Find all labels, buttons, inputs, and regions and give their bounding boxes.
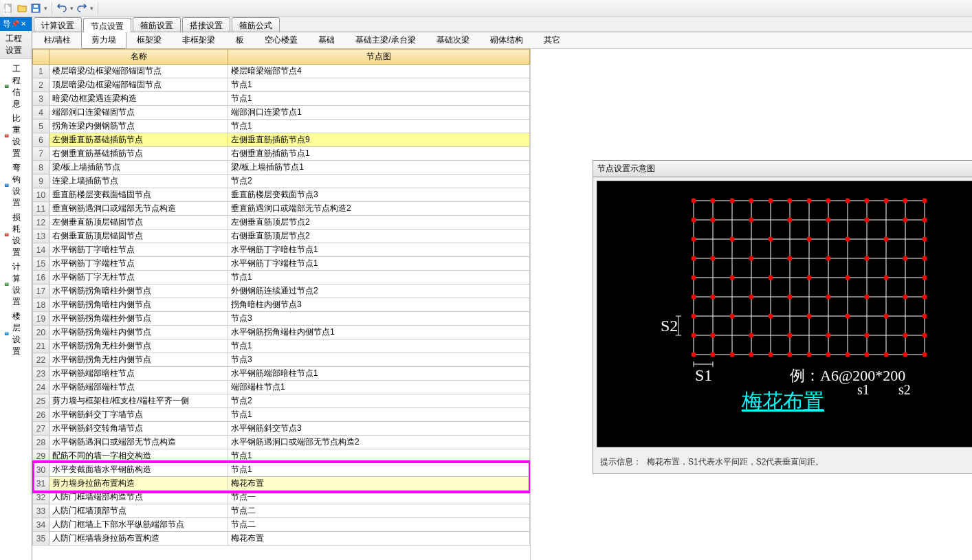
table-row[interactable]: 25剪力墙与框架柱/框支柱/端柱平齐一侧节点2 bbox=[33, 394, 530, 408]
cell-name[interactable]: 水平钢筋拐角端柱外侧节点 bbox=[49, 312, 228, 326]
subtab-3[interactable]: 非框架梁 bbox=[172, 32, 225, 49]
cell-node[interactable]: 节点1 bbox=[228, 408, 530, 422]
cell-node[interactable]: 节点3 bbox=[228, 312, 530, 326]
cell-node[interactable]: 水平钢筋斜交节点3 bbox=[228, 422, 530, 436]
cell-name[interactable]: 水平钢筋丁字无柱节点 bbox=[49, 271, 228, 284]
cell-node[interactable]: 节点1 bbox=[228, 78, 530, 92]
table-row[interactable]: 34人防门框墙上下部水平纵筋端部节点节点二 bbox=[33, 518, 530, 532]
nav-item-1[interactable]: 比重设置 bbox=[0, 111, 32, 161]
undo-icon[interactable] bbox=[56, 3, 67, 14]
cell-node[interactable]: 左侧垂直筋顶层节点2 bbox=[228, 216, 530, 229]
nav-item-4[interactable]: 计算设置 bbox=[0, 260, 32, 309]
table-row[interactable]: 27水平钢筋斜交转角墙节点水平钢筋斜交节点3 bbox=[33, 422, 530, 436]
table-row[interactable]: 19水平钢筋拐角端柱外侧节点节点3 bbox=[33, 312, 530, 326]
close-icon[interactable]: ✕ bbox=[21, 20, 29, 28]
cell-node[interactable]: 拐角暗柱内侧节点3 bbox=[228, 298, 530, 312]
cell-name[interactable]: 拐角连梁内侧钢筋节点 bbox=[49, 120, 228, 133]
subtab-6[interactable]: 基础 bbox=[308, 32, 345, 49]
subtab-7[interactable]: 基础主梁/承台梁 bbox=[345, 32, 426, 49]
cell-node[interactable]: 楼层暗梁端部节点4 bbox=[228, 65, 530, 78]
cell-name[interactable]: 剪力墙身拉筋布置构造 bbox=[49, 477, 228, 491]
table-row[interactable]: 24水平钢筋端部端柱节点端部端柱节点1 bbox=[33, 381, 530, 394]
table-row[interactable]: 32人防门框墙端部构造节点节点一 bbox=[33, 491, 530, 504]
nav-item-3[interactable]: 损耗设置 bbox=[0, 210, 32, 260]
table-row[interactable]: 16水平钢筋丁字无柱节点节点1 bbox=[33, 271, 530, 284]
table-row[interactable]: 33人防门框墙顶部节点节点二 bbox=[33, 504, 530, 518]
cell-name[interactable]: 水平钢筋丁字端柱节点 bbox=[49, 257, 228, 271]
cell-node[interactable]: 右侧垂直筋顶层节点2 bbox=[228, 229, 530, 243]
table-row[interactable]: 23水平钢筋端部暗柱节点水平钢筋端部暗柱节点1 bbox=[33, 367, 530, 381]
table-row[interactable]: 17水平钢筋拐角暗柱外侧节点外侧钢筋连续通过节点2 bbox=[33, 284, 530, 298]
table-row[interactable]: 35人防门框墙墙身拉筋布置构造梅花布置 bbox=[33, 532, 530, 546]
cell-name[interactable]: 连梁上墙插筋节点 bbox=[49, 175, 228, 188]
cell-node[interactable]: 左侧垂直筋插筋节点9 bbox=[228, 133, 530, 147]
table-row[interactable]: 1楼层暗梁/边框梁端部锚固节点楼层暗梁端部节点4 bbox=[33, 65, 530, 78]
cell-node[interactable]: 垂直筋遇洞口或端部无节点构造2 bbox=[228, 202, 530, 216]
cell-name[interactable]: 水平钢筋端部端柱节点 bbox=[49, 381, 228, 394]
cell-name[interactable]: 垂直钢筋遇洞口或端部无节点构造 bbox=[49, 202, 228, 216]
cell-name[interactable]: 顶层暗梁/边框梁端部锚固节点 bbox=[49, 78, 228, 92]
cell-node[interactable]: 节点一 bbox=[228, 491, 530, 504]
cell-node[interactable]: 节点二 bbox=[228, 518, 530, 532]
table-row[interactable]: 22水平钢筋拐角无柱内侧节点节点3 bbox=[33, 353, 530, 367]
table-row[interactable]: 13右侧垂直筋顶层锚固节点右侧垂直筋顶层节点2 bbox=[33, 229, 530, 243]
table-row[interactable]: 14水平钢筋丁字暗柱节点水平钢筋丁字暗柱节点1 bbox=[33, 243, 530, 257]
table-row[interactable]: 3暗梁/边框梁遇连梁构造节点1 bbox=[33, 92, 530, 106]
table-row[interactable]: 18水平钢筋拐角暗柱内侧节点拐角暗柱内侧节点3 bbox=[33, 298, 530, 312]
nav-item-2[interactable]: 弯钩设置 bbox=[0, 161, 32, 210]
subtab-0[interactable]: 柱/墙柱 bbox=[34, 32, 81, 49]
cell-name[interactable]: 水平钢筋拐角暗柱内侧节点 bbox=[49, 298, 228, 312]
table-row[interactable]: 11垂直钢筋遇洞口或端部无节点构造垂直筋遇洞口或端部无节点构造2 bbox=[33, 202, 530, 216]
table-row[interactable]: 7右侧垂直筋基础插筋节点右侧垂直筋插筋节点1 bbox=[33, 147, 530, 161]
table-row[interactable]: 9连梁上墙插筋节点节点2 bbox=[33, 175, 530, 188]
subtab-5[interactable]: 空心楼盖 bbox=[254, 32, 308, 49]
subtab-1[interactable]: 剪力墙 bbox=[81, 32, 126, 49]
cell-name[interactable]: 人防门框墙顶部节点 bbox=[49, 504, 228, 518]
cell-node[interactable]: 右侧垂直筋插筋节点1 bbox=[228, 147, 530, 161]
table-row[interactable]: 20水平钢筋拐角端柱内侧节点水平钢筋拐角端柱内侧节点1 bbox=[33, 326, 530, 339]
subtab-4[interactable]: 板 bbox=[225, 32, 254, 49]
tab-4[interactable]: 箍筋公式 bbox=[232, 17, 280, 32]
cell-node[interactable]: 节点2 bbox=[228, 175, 530, 188]
cell-node[interactable]: 节点2 bbox=[228, 394, 530, 408]
cell-node[interactable]: 端部端柱节点1 bbox=[228, 381, 530, 394]
table-row[interactable]: 29配筋不同的墙一字相交构造节点1 bbox=[33, 449, 530, 463]
cell-node[interactable]: 梅花布置 bbox=[228, 477, 530, 491]
cell-name[interactable]: 垂直筋楼层变截面锚固节点 bbox=[49, 188, 228, 202]
tab-2[interactable]: 箍筋设置 bbox=[133, 17, 181, 32]
cell-name[interactable]: 人防门框墙墙身拉筋布置构造 bbox=[49, 532, 228, 546]
cell-node[interactable]: 外侧钢筋连续通过节点2 bbox=[228, 284, 530, 298]
cell-node[interactable]: 节点1 bbox=[228, 92, 530, 106]
tab-0[interactable]: 计算设置 bbox=[34, 17, 82, 32]
table-row[interactable]: 2顶层暗梁/边框梁端部锚固节点节点1 bbox=[33, 78, 530, 92]
table-row[interactable]: 15水平钢筋丁字端柱节点水平钢筋丁字端柱节点1 bbox=[33, 257, 530, 271]
cell-name[interactable]: 水平钢筋拐角端柱内侧节点 bbox=[49, 326, 228, 339]
table-row[interactable]: 6左侧垂直筋基础插筋节点左侧垂直筋插筋节点9 bbox=[33, 133, 530, 147]
subtab-8[interactable]: 基础次梁 bbox=[426, 32, 480, 49]
tab-3[interactable]: 搭接设置 bbox=[182, 17, 230, 32]
cell-name[interactable]: 水平钢筋丁字暗柱节点 bbox=[49, 243, 228, 257]
table-row[interactable]: 28水平钢筋遇洞口或端部无节点构造水平钢筋遇洞口或端部无节点构造2 bbox=[33, 436, 530, 449]
cell-name[interactable]: 水平钢筋拐角无柱内侧节点 bbox=[49, 353, 228, 367]
cell-name[interactable]: 水平钢筋斜交丁字墙节点 bbox=[49, 408, 228, 422]
cell-name[interactable]: 左侧垂直筋顶层锚固节点 bbox=[49, 216, 228, 229]
table-row[interactable]: 4端部洞口连梁锚固节点端部洞口连梁节点1 bbox=[33, 106, 530, 120]
subtab-9[interactable]: 砌体结构 bbox=[480, 32, 533, 49]
cell-name[interactable]: 梁/板上墙插筋节点 bbox=[49, 161, 228, 175]
subtab-10[interactable]: 其它 bbox=[533, 32, 571, 49]
subtab-2[interactable]: 框架梁 bbox=[126, 32, 172, 49]
table-row[interactable]: 26水平钢筋斜交丁字墙节点节点1 bbox=[33, 408, 530, 422]
cell-name[interactable]: 水平钢筋斜交转角墙节点 bbox=[49, 422, 228, 436]
cell-name[interactable]: 水平钢筋遇洞口或端部无节点构造 bbox=[49, 436, 228, 449]
cell-name[interactable]: 右侧垂直筋基础插筋节点 bbox=[49, 147, 228, 161]
pin-icon[interactable]: 📌 bbox=[11, 20, 19, 28]
cell-name[interactable]: 配筋不同的墙一字相交构造 bbox=[49, 449, 228, 463]
table-row[interactable]: 31剪力墙身拉筋布置构造梅花布置 bbox=[33, 477, 530, 491]
cell-name[interactable]: 水平钢筋拐角无柱外侧节点 bbox=[49, 339, 228, 353]
cell-node[interactable]: 节点二 bbox=[228, 504, 530, 518]
table-row[interactable]: 30水平变截面墙水平钢筋构造节点1 bbox=[33, 463, 530, 477]
cell-node[interactable]: 水平钢筋丁字暗柱节点1 bbox=[228, 243, 530, 257]
cell-node[interactable]: 水平钢筋拐角端柱内侧节点1 bbox=[228, 326, 530, 339]
cell-node[interactable]: 梅花布置 bbox=[228, 532, 530, 546]
cell-node[interactable]: 节点1 bbox=[228, 120, 530, 133]
